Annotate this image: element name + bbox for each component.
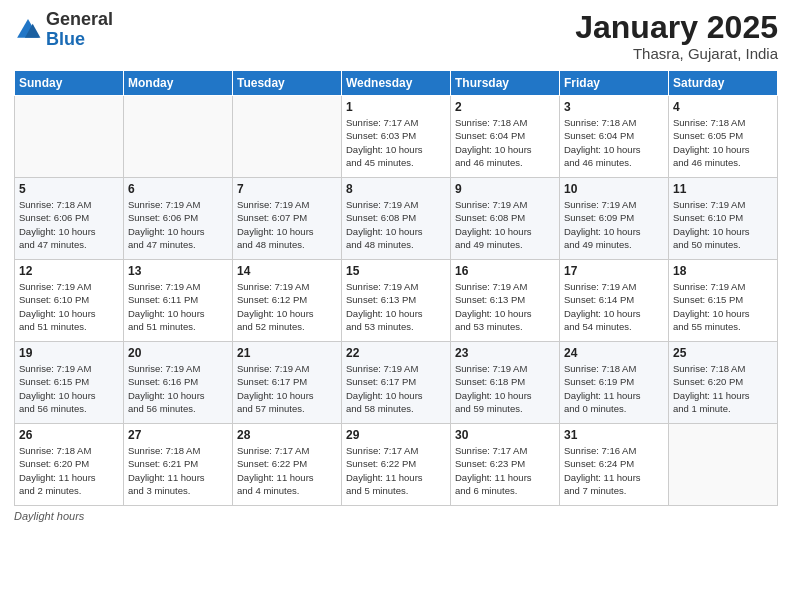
col-monday: Monday (124, 71, 233, 96)
day-number: 12 (19, 264, 119, 278)
day-number: 24 (564, 346, 664, 360)
calendar-cell: 11Sunrise: 7:19 AM Sunset: 6:10 PM Dayli… (669, 178, 778, 260)
day-number: 3 (564, 100, 664, 114)
day-info: Sunrise: 7:18 AM Sunset: 6:20 PM Dayligh… (19, 444, 119, 497)
day-number: 30 (455, 428, 555, 442)
day-info: Sunrise: 7:17 AM Sunset: 6:22 PM Dayligh… (346, 444, 446, 497)
day-number: 10 (564, 182, 664, 196)
calendar-title: January 2025 (575, 10, 778, 45)
col-tuesday: Tuesday (233, 71, 342, 96)
day-number: 26 (19, 428, 119, 442)
day-info: Sunrise: 7:18 AM Sunset: 6:04 PM Dayligh… (564, 116, 664, 169)
calendar-cell: 17Sunrise: 7:19 AM Sunset: 6:14 PM Dayli… (560, 260, 669, 342)
calendar-subtitle: Thasra, Gujarat, India (575, 45, 778, 62)
calendar-cell: 7Sunrise: 7:19 AM Sunset: 6:07 PM Daylig… (233, 178, 342, 260)
day-info: Sunrise: 7:19 AM Sunset: 6:09 PM Dayligh… (564, 198, 664, 251)
day-info: Sunrise: 7:19 AM Sunset: 6:10 PM Dayligh… (673, 198, 773, 251)
calendar-cell: 2Sunrise: 7:18 AM Sunset: 6:04 PM Daylig… (451, 96, 560, 178)
day-number: 27 (128, 428, 228, 442)
day-info: Sunrise: 7:19 AM Sunset: 6:16 PM Dayligh… (128, 362, 228, 415)
calendar-cell: 18Sunrise: 7:19 AM Sunset: 6:15 PM Dayli… (669, 260, 778, 342)
day-number: 28 (237, 428, 337, 442)
day-info: Sunrise: 7:19 AM Sunset: 6:15 PM Dayligh… (673, 280, 773, 333)
header: General Blue January 2025 Thasra, Gujara… (14, 10, 778, 62)
day-number: 8 (346, 182, 446, 196)
day-number: 13 (128, 264, 228, 278)
day-info: Sunrise: 7:19 AM Sunset: 6:15 PM Dayligh… (19, 362, 119, 415)
calendar-cell: 26Sunrise: 7:18 AM Sunset: 6:20 PM Dayli… (15, 424, 124, 506)
day-number: 31 (564, 428, 664, 442)
col-wednesday: Wednesday (342, 71, 451, 96)
calendar-cell: 23Sunrise: 7:19 AM Sunset: 6:18 PM Dayli… (451, 342, 560, 424)
logo-general: General (46, 9, 113, 29)
day-info: Sunrise: 7:17 AM Sunset: 6:22 PM Dayligh… (237, 444, 337, 497)
day-number: 22 (346, 346, 446, 360)
calendar-cell: 30Sunrise: 7:17 AM Sunset: 6:23 PM Dayli… (451, 424, 560, 506)
calendar-cell: 31Sunrise: 7:16 AM Sunset: 6:24 PM Dayli… (560, 424, 669, 506)
calendar-cell: 10Sunrise: 7:19 AM Sunset: 6:09 PM Dayli… (560, 178, 669, 260)
day-number: 18 (673, 264, 773, 278)
calendar-cell: 3Sunrise: 7:18 AM Sunset: 6:04 PM Daylig… (560, 96, 669, 178)
day-info: Sunrise: 7:19 AM Sunset: 6:18 PM Dayligh… (455, 362, 555, 415)
calendar-cell: 20Sunrise: 7:19 AM Sunset: 6:16 PM Dayli… (124, 342, 233, 424)
footer: Daylight hours (14, 510, 778, 522)
day-info: Sunrise: 7:19 AM Sunset: 6:14 PM Dayligh… (564, 280, 664, 333)
title-block: January 2025 Thasra, Gujarat, India (575, 10, 778, 62)
day-info: Sunrise: 7:19 AM Sunset: 6:07 PM Dayligh… (237, 198, 337, 251)
day-number: 2 (455, 100, 555, 114)
day-number: 17 (564, 264, 664, 278)
calendar-cell: 13Sunrise: 7:19 AM Sunset: 6:11 PM Dayli… (124, 260, 233, 342)
calendar-cell: 8Sunrise: 7:19 AM Sunset: 6:08 PM Daylig… (342, 178, 451, 260)
logo: General Blue (14, 10, 113, 50)
day-number: 7 (237, 182, 337, 196)
day-number: 29 (346, 428, 446, 442)
day-number: 25 (673, 346, 773, 360)
day-info: Sunrise: 7:18 AM Sunset: 6:20 PM Dayligh… (673, 362, 773, 415)
calendar-cell: 24Sunrise: 7:18 AM Sunset: 6:19 PM Dayli… (560, 342, 669, 424)
calendar-cell (15, 96, 124, 178)
day-info: Sunrise: 7:19 AM Sunset: 6:08 PM Dayligh… (455, 198, 555, 251)
day-number: 11 (673, 182, 773, 196)
calendar-cell: 12Sunrise: 7:19 AM Sunset: 6:10 PM Dayli… (15, 260, 124, 342)
logo-text: General Blue (46, 10, 113, 50)
day-number: 14 (237, 264, 337, 278)
day-info: Sunrise: 7:18 AM Sunset: 6:06 PM Dayligh… (19, 198, 119, 251)
day-number: 16 (455, 264, 555, 278)
day-info: Sunrise: 7:19 AM Sunset: 6:12 PM Dayligh… (237, 280, 337, 333)
calendar-cell: 29Sunrise: 7:17 AM Sunset: 6:22 PM Dayli… (342, 424, 451, 506)
day-info: Sunrise: 7:19 AM Sunset: 6:13 PM Dayligh… (455, 280, 555, 333)
calendar-cell: 1Sunrise: 7:17 AM Sunset: 6:03 PM Daylig… (342, 96, 451, 178)
calendar-cell: 27Sunrise: 7:18 AM Sunset: 6:21 PM Dayli… (124, 424, 233, 506)
calendar-cell: 28Sunrise: 7:17 AM Sunset: 6:22 PM Dayli… (233, 424, 342, 506)
day-number: 9 (455, 182, 555, 196)
calendar-cell: 22Sunrise: 7:19 AM Sunset: 6:17 PM Dayli… (342, 342, 451, 424)
day-info: Sunrise: 7:19 AM Sunset: 6:17 PM Dayligh… (237, 362, 337, 415)
page: General Blue January 2025 Thasra, Gujara… (0, 0, 792, 612)
logo-icon (14, 16, 42, 44)
calendar-cell: 15Sunrise: 7:19 AM Sunset: 6:13 PM Dayli… (342, 260, 451, 342)
day-info: Sunrise: 7:19 AM Sunset: 6:06 PM Dayligh… (128, 198, 228, 251)
day-info: Sunrise: 7:18 AM Sunset: 6:05 PM Dayligh… (673, 116, 773, 169)
calendar-cell: 19Sunrise: 7:19 AM Sunset: 6:15 PM Dayli… (15, 342, 124, 424)
calendar-cell: 21Sunrise: 7:19 AM Sunset: 6:17 PM Dayli… (233, 342, 342, 424)
col-sunday: Sunday (15, 71, 124, 96)
calendar-cell: 5Sunrise: 7:18 AM Sunset: 6:06 PM Daylig… (15, 178, 124, 260)
calendar-table: Sunday Monday Tuesday Wednesday Thursday… (14, 70, 778, 506)
day-number: 19 (19, 346, 119, 360)
day-number: 1 (346, 100, 446, 114)
day-number: 23 (455, 346, 555, 360)
week-row-5: 26Sunrise: 7:18 AM Sunset: 6:20 PM Dayli… (15, 424, 778, 506)
day-info: Sunrise: 7:17 AM Sunset: 6:23 PM Dayligh… (455, 444, 555, 497)
week-row-2: 5Sunrise: 7:18 AM Sunset: 6:06 PM Daylig… (15, 178, 778, 260)
calendar-cell: 6Sunrise: 7:19 AM Sunset: 6:06 PM Daylig… (124, 178, 233, 260)
col-friday: Friday (560, 71, 669, 96)
calendar-cell (124, 96, 233, 178)
calendar-cell: 14Sunrise: 7:19 AM Sunset: 6:12 PM Dayli… (233, 260, 342, 342)
day-number: 21 (237, 346, 337, 360)
day-info: Sunrise: 7:19 AM Sunset: 6:13 PM Dayligh… (346, 280, 446, 333)
day-info: Sunrise: 7:18 AM Sunset: 6:19 PM Dayligh… (564, 362, 664, 415)
col-thursday: Thursday (451, 71, 560, 96)
logo-blue: Blue (46, 29, 85, 49)
week-row-1: 1Sunrise: 7:17 AM Sunset: 6:03 PM Daylig… (15, 96, 778, 178)
day-info: Sunrise: 7:16 AM Sunset: 6:24 PM Dayligh… (564, 444, 664, 497)
